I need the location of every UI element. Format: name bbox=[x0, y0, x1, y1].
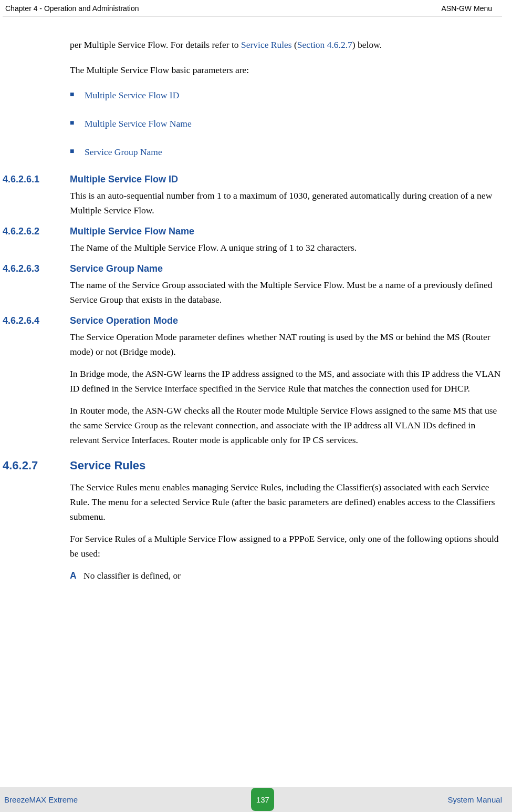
section-header: 4.6.2.6.2 Multiple Service Flow Name bbox=[3, 226, 502, 237]
section-4-6-2-6-1: 4.6.2.6.1 Multiple Service Flow ID This … bbox=[3, 174, 502, 218]
page-number-badge: 137 bbox=[251, 788, 274, 811]
link-section-ref[interactable]: Section 4.6.2.7 bbox=[297, 39, 352, 50]
section-number: 4.6.2.6.2 bbox=[3, 226, 70, 237]
intro-paragraph-1: per Multiple Service Flow. For details r… bbox=[70, 37, 502, 52]
page-footer: BreezeMAX Extreme 137 System Manual bbox=[0, 787, 512, 812]
intro-text-suffix: ) below. bbox=[352, 39, 382, 50]
header-left: Chapter 4 - Operation and Administration bbox=[5, 4, 139, 13]
ordered-letter: A bbox=[70, 568, 83, 583]
ordered-item-a: A No classifier is defined, or bbox=[70, 568, 502, 583]
page-header: Chapter 4 - Operation and Administration… bbox=[3, 0, 502, 16]
section-title: Multiple Service Flow Name bbox=[70, 226, 194, 237]
section-header: 4.6.2.7 Service Rules bbox=[3, 459, 502, 472]
bullet-item: Multiple Service Flow Name bbox=[70, 116, 502, 131]
section-text: This is an auto-sequential number from 1… bbox=[70, 188, 502, 218]
intro-text-mid: ( bbox=[292, 39, 297, 50]
ordered-text: No classifier is defined, or bbox=[83, 568, 181, 583]
bullet-list: Multiple Service Flow ID Multiple Servic… bbox=[70, 88, 502, 159]
section-4-6-2-6-3: 4.6.2.6.3 Service Group Name The name of… bbox=[3, 263, 502, 307]
section-number: 4.6.2.6.4 bbox=[3, 315, 70, 326]
section-4-6-2-7: 4.6.2.7 Service Rules The Service Rules … bbox=[3, 459, 502, 583]
section-text: The Service Operation Mode parameter def… bbox=[70, 330, 502, 359]
section-header: 4.6.2.6.1 Multiple Service Flow ID bbox=[3, 174, 502, 185]
bullet-item: Service Group Name bbox=[70, 145, 502, 159]
section-text: In Router mode, the ASN-GW checks all th… bbox=[70, 403, 502, 447]
section-title: Service Operation Mode bbox=[70, 315, 178, 326]
bullet-item: Multiple Service Flow ID bbox=[70, 88, 502, 102]
section-body: The Name of the Multiple Service Flow. A… bbox=[70, 240, 502, 255]
section-body: The name of the Service Group associated… bbox=[70, 277, 502, 307]
section-number: 4.6.2.6.1 bbox=[3, 174, 70, 185]
intro-paragraph-2: The Multiple Service Flow basic paramete… bbox=[70, 63, 502, 77]
section-text: In Bridge mode, the ASN-GW learns the IP… bbox=[70, 366, 502, 396]
footer-left: BreezeMAX Extreme bbox=[4, 795, 78, 804]
link-service-rules[interactable]: Service Rules bbox=[241, 39, 292, 50]
section-number: 4.6.2.7 bbox=[3, 459, 70, 472]
page-content: per Multiple Service Flow. For details r… bbox=[0, 16, 512, 583]
section-4-6-2-6-4: 4.6.2.6.4 Service Operation Mode The Ser… bbox=[3, 315, 502, 447]
section-body: This is an auto-sequential number from 1… bbox=[70, 188, 502, 218]
section-body: The Service Operation Mode parameter def… bbox=[70, 330, 502, 447]
section-header: 4.6.2.6.4 Service Operation Mode bbox=[3, 315, 502, 326]
intro-text: per Multiple Service Flow. For details r… bbox=[70, 39, 241, 50]
footer-right: System Manual bbox=[448, 795, 502, 804]
section-text: For Service Rules of a Multiple Service … bbox=[70, 531, 502, 561]
section-header: 4.6.2.6.3 Service Group Name bbox=[3, 263, 502, 274]
section-text: The Name of the Multiple Service Flow. A… bbox=[70, 240, 502, 255]
section-number: 4.6.2.6.3 bbox=[3, 263, 70, 274]
section-text: The name of the Service Group associated… bbox=[70, 277, 502, 307]
header-right: ASN-GW Menu bbox=[442, 4, 492, 13]
section-text: The Service Rules menu enables managing … bbox=[70, 480, 502, 524]
section-title: Service Group Name bbox=[70, 263, 163, 274]
section-title: Service Rules bbox=[70, 459, 145, 472]
section-4-6-2-6-2: 4.6.2.6.2 Multiple Service Flow Name The… bbox=[3, 226, 502, 255]
section-title: Multiple Service Flow ID bbox=[70, 174, 178, 185]
section-body: The Service Rules menu enables managing … bbox=[70, 480, 502, 561]
